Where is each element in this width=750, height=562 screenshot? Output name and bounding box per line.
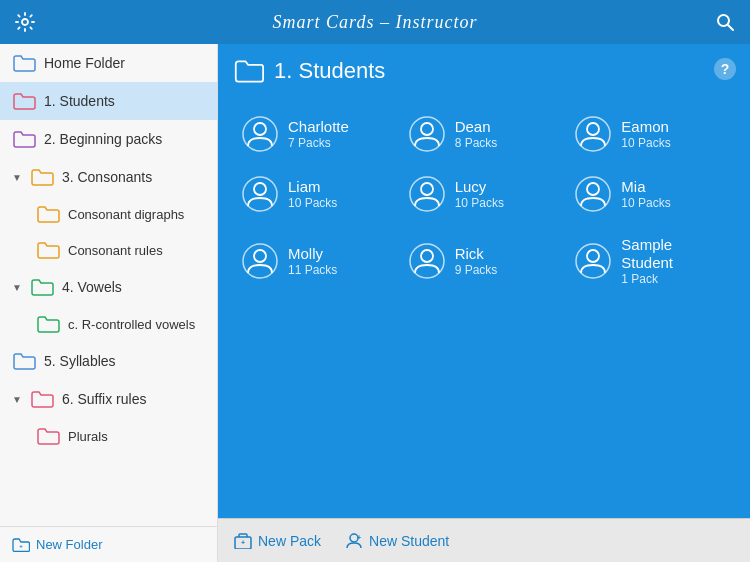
- search-icon[interactable]: [710, 7, 740, 37]
- sidebar-item-beginning-packs[interactable]: 2. Beginning packs: [0, 120, 217, 158]
- sidebar-item-suffix-rules[interactable]: ▼ 6. Suffix rules: [0, 380, 217, 418]
- sidebar-item-vowels-label: 4. Vowels: [62, 279, 205, 295]
- sidebar-item-students-label: 1. Students: [44, 93, 205, 109]
- content-area: 1. Students ? Charlotte7 Packs Dean8 Pac…: [218, 44, 750, 562]
- chevron-down-icon-vowels: ▼: [12, 282, 22, 293]
- student-packs: 10 Packs: [621, 136, 670, 150]
- help-button[interactable]: ?: [714, 58, 736, 80]
- student-card-liam[interactable]: Liam10 Packs: [234, 164, 401, 224]
- sidebar-item-home-folder[interactable]: Home Folder: [0, 44, 217, 82]
- new-folder-label: New Folder: [36, 537, 102, 552]
- student-avatar: [575, 243, 611, 279]
- student-card-dean[interactable]: Dean8 Packs: [401, 104, 568, 164]
- sidebar-item-consonant-rules-label: Consonant rules: [68, 243, 163, 258]
- new-folder-button[interactable]: + New Folder: [0, 526, 217, 562]
- student-card-lucy[interactable]: Lucy10 Packs: [401, 164, 568, 224]
- sidebar-item-suffix-rules-label: 6. Suffix rules: [62, 391, 205, 407]
- svg-point-7: [421, 123, 433, 135]
- student-name: Eamon: [621, 118, 670, 136]
- svg-point-15: [587, 183, 599, 195]
- svg-point-19: [421, 250, 433, 262]
- sidebar-item-r-controlled-vowels[interactable]: c. R-controlled vowels: [0, 306, 217, 342]
- student-packs: 10 Packs: [455, 196, 504, 210]
- sidebar: Home Folder 1. Students 2. Beginning pac…: [0, 44, 218, 562]
- student-avatar: [242, 116, 278, 152]
- student-card-molly[interactable]: Molly11 Packs: [234, 224, 401, 298]
- sidebar-item-syllables-label: 5. Syllables: [44, 353, 205, 369]
- new-student-button[interactable]: + New Student: [345, 533, 449, 549]
- settings-icon[interactable]: [10, 7, 40, 37]
- svg-text:+: +: [357, 534, 361, 541]
- new-pack-label: New Pack: [258, 533, 321, 549]
- sidebar-item-syllables[interactable]: 5. Syllables: [0, 342, 217, 380]
- new-student-label: New Student: [369, 533, 449, 549]
- student-name: Sample Student: [621, 236, 726, 272]
- student-name: Rick: [455, 245, 498, 263]
- new-pack-button[interactable]: + New Pack: [234, 533, 321, 549]
- sidebar-item-r-controlled-vowels-label: c. R-controlled vowels: [68, 317, 195, 332]
- student-name: Molly: [288, 245, 337, 263]
- sidebar-item-consonant-rules[interactable]: Consonant rules: [0, 232, 217, 268]
- svg-point-17: [254, 250, 266, 262]
- student-packs: 11 Packs: [288, 263, 337, 277]
- svg-point-11: [254, 183, 266, 195]
- student-avatar: [575, 116, 611, 152]
- student-avatar: [242, 176, 278, 212]
- sidebar-item-plurals-label: Plurals: [68, 429, 108, 444]
- sidebar-item-consonant-digraphs-label: Consonant digraphs: [68, 207, 184, 222]
- students-grid: Charlotte7 Packs Dean8 Packs Eamon10 Pac…: [218, 96, 750, 306]
- svg-text:+: +: [241, 539, 245, 546]
- svg-text:+: +: [19, 543, 23, 549]
- sidebar-item-consonants[interactable]: ▼ 3. Consonants: [0, 158, 217, 196]
- student-avatar: [409, 176, 445, 212]
- sidebar-item-vowels[interactable]: ▼ 4. Vowels: [0, 268, 217, 306]
- svg-point-9: [587, 123, 599, 135]
- student-avatar: [242, 243, 278, 279]
- svg-point-21: [587, 250, 599, 262]
- sidebar-item-consonants-label: 3. Consonants: [62, 169, 205, 185]
- student-card-rick[interactable]: Rick9 Packs: [401, 224, 568, 298]
- student-packs: 7 Packs: [288, 136, 349, 150]
- student-avatar: [409, 116, 445, 152]
- student-packs: 10 Packs: [621, 196, 670, 210]
- sidebar-item-consonant-digraphs[interactable]: Consonant digraphs: [0, 196, 217, 232]
- student-name: Liam: [288, 178, 337, 196]
- student-avatar: [409, 243, 445, 279]
- sidebar-item-beginning-packs-label: 2. Beginning packs: [44, 131, 205, 147]
- student-card-sample-student[interactable]: Sample Student1 Pack: [567, 224, 734, 298]
- student-packs: 10 Packs: [288, 196, 337, 210]
- student-name: Mia: [621, 178, 670, 196]
- student-name: Charlotte: [288, 118, 349, 136]
- content-title: 1. Students: [274, 58, 385, 84]
- svg-point-5: [254, 123, 266, 135]
- main-layout: Home Folder 1. Students 2. Beginning pac…: [0, 44, 750, 562]
- sidebar-item-students[interactable]: 1. Students: [0, 82, 217, 120]
- student-avatar: [575, 176, 611, 212]
- svg-point-0: [22, 19, 28, 25]
- student-card-eamon[interactable]: Eamon10 Packs: [567, 104, 734, 164]
- chevron-down-icon-suffix: ▼: [12, 394, 22, 405]
- student-packs: 1 Pack: [621, 272, 726, 286]
- student-name: Lucy: [455, 178, 504, 196]
- sidebar-item-home-folder-label: Home Folder: [44, 55, 205, 71]
- content-footer: + New Pack + New Student: [218, 518, 750, 562]
- student-name: Dean: [455, 118, 498, 136]
- svg-line-2: [728, 25, 733, 30]
- sidebar-item-plurals[interactable]: Plurals: [0, 418, 217, 454]
- student-packs: 8 Packs: [455, 136, 498, 150]
- chevron-down-icon: ▼: [12, 172, 22, 183]
- content-header: 1. Students ?: [218, 44, 750, 96]
- student-packs: 9 Packs: [455, 263, 498, 277]
- svg-point-13: [421, 183, 433, 195]
- student-card-charlotte[interactable]: Charlotte7 Packs: [234, 104, 401, 164]
- app-header: Smart Cards – Instructor: [0, 0, 750, 44]
- student-card-mia[interactable]: Mia10 Packs: [567, 164, 734, 224]
- app-title: Smart Cards – Instructor: [273, 12, 478, 33]
